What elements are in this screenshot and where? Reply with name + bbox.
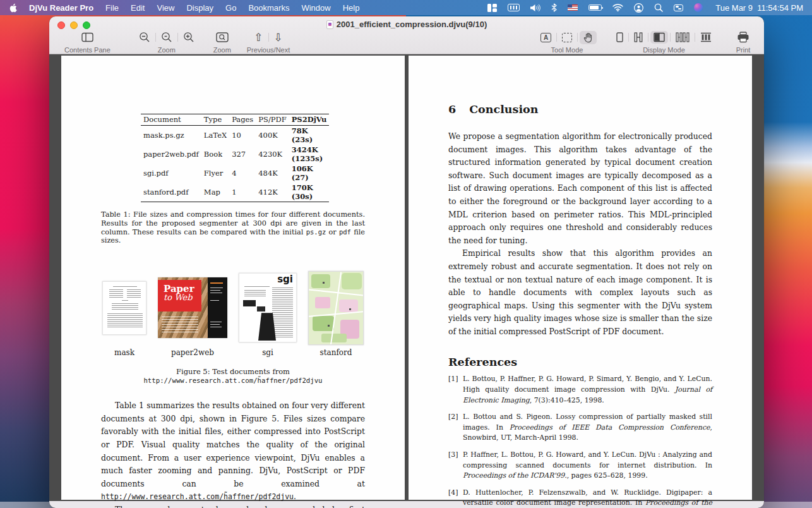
references-heading: References: [448, 356, 712, 368]
thumbnail-sgi: sgi: [239, 273, 297, 342]
zoom-group-label: Zoom: [158, 46, 176, 54]
window-tiling-icon[interactable]: [487, 3, 497, 13]
table-row: paper2web.pdfBook3274230K3424K (1235s): [141, 145, 329, 164]
up-arrow-icon: ⇧: [254, 32, 263, 43]
text-select-tool-button[interactable]: A: [537, 32, 554, 44]
table-row: sgi.pdfFlyer4484K106K (27): [141, 164, 329, 183]
window-title-row: 2001_efficient_compression.djvu(9/10): [49, 20, 764, 29]
input-source-us-flag-icon[interactable]: [568, 4, 578, 11]
thumbnail-sgi-column: sgi sgi: [239, 269, 297, 357]
table-header-row: Document Type Pages PS/PDF PS2DjVu: [141, 114, 329, 126]
book-mode-button[interactable]: [697, 31, 715, 44]
menu-item[interactable]: Display: [186, 3, 213, 13]
document-scroll-area[interactable]: Document Type Pages PS/PDF PS2DjVu: [49, 54, 764, 501]
apple-menu-icon[interactable]: [9, 3, 17, 13]
table-1-caption: Table 1: File sizes and compression time…: [101, 210, 365, 245]
djvu-reader-window: 2001_efficient_compression.djvu(9/10) Co…: [49, 16, 764, 508]
next-page-button[interactable]: ⇩: [271, 31, 286, 44]
menu-items: FileEditViewDisplayGoBookmarksWindowHelp: [105, 3, 359, 13]
window-title: 2001_efficient_compression.djvu(9/10): [337, 20, 487, 29]
rect-select-tool-button[interactable]: [559, 32, 575, 44]
thumbnail-paper2web: Paper to Web: [158, 277, 227, 338]
magnifier-minus-icon: [139, 32, 150, 43]
menu-item[interactable]: File: [105, 3, 119, 13]
user-account-icon[interactable]: [634, 3, 643, 13]
zoom-actual-button[interactable]: [158, 30, 176, 44]
siri-icon[interactable]: [694, 3, 703, 12]
menu-item[interactable]: Help: [343, 3, 360, 13]
paragraph-2: The same documents have also been encode…: [101, 504, 365, 508]
battery-icon[interactable]: [588, 4, 602, 11]
bluetooth-icon[interactable]: [551, 3, 557, 13]
print-group: Print: [734, 30, 753, 54]
wifi-icon[interactable]: [612, 3, 623, 13]
contents-pane-button[interactable]: [78, 31, 97, 44]
reference-number: [2]: [448, 412, 458, 423]
figure-5-thumbnails: mask: [101, 269, 365, 357]
reference-number: [3]: [448, 450, 458, 461]
window-header: 2001_efficient_compression.djvu(9/10) Co…: [49, 16, 764, 54]
tool-mode-group: A Tool Mode: [537, 30, 597, 54]
continuous-mode-button[interactable]: [631, 31, 646, 44]
page-10: 6 Conclusion We propose a segmentation a…: [409, 56, 752, 500]
two-page-icon: [654, 32, 665, 42]
single-page-icon: [616, 32, 623, 42]
menu-item[interactable]: View: [157, 3, 174, 13]
sidebar-icon: [81, 32, 93, 42]
thumbnail-paper2web-column: Paper to Web paper2web: [158, 269, 227, 357]
toolbar: Contents Pane Zoom: [49, 30, 764, 54]
figure-label-sgi: sgi: [262, 348, 273, 357]
marquee-zoom-button[interactable]: [213, 30, 232, 44]
magnifier-plus-icon: [183, 32, 194, 43]
hand-tool-button[interactable]: [580, 31, 597, 44]
table-row: mask.ps.gzLaTeX10400K78K (23s): [141, 126, 329, 145]
figure-label-mask: mask: [114, 348, 134, 357]
keyboard-icon[interactable]: [508, 3, 520, 13]
display-mode-group: Display Mode: [613, 30, 715, 54]
table-1: Document Type Pages PS/PDF PS2DjVu: [141, 114, 325, 202]
menu-app-name[interactable]: DjVu Reader Pro: [29, 3, 93, 13]
reference-item: [3] P. Haffner, L. Bottou, P. G. Howard,…: [448, 450, 712, 481]
reference-item: [1] L. Bottou, P. Haffner, P. G. Howard,…: [448, 374, 712, 406]
volume-icon[interactable]: [530, 3, 540, 13]
thumbnail-mask: [102, 281, 146, 335]
marquee-zoom-label: Zoom: [213, 46, 231, 54]
two-page-continuous-icon: [676, 32, 690, 42]
menu-item[interactable]: Edit: [131, 3, 145, 13]
print-button[interactable]: [734, 30, 753, 44]
menu-item[interactable]: Bookmarks: [248, 3, 289, 13]
previous-page-button[interactable]: ⇧: [251, 31, 266, 44]
conclusion-paragraph-1: We propose a segmentation algorithm for …: [448, 130, 712, 247]
conclusion-paragraph-2: Empirical results show that this algorit…: [448, 247, 712, 338]
references-list: [1] L. Bottou, P. Haffner, P. G. Howard,…: [448, 374, 712, 508]
prev-next-label: Previous/Next: [247, 46, 290, 54]
page-9: Document Type Pages PS/PDF PS2DjVu: [61, 56, 405, 500]
menu-bar-clock[interactable]: Tue Mar 9 11:54:54 PM: [715, 3, 803, 13]
zoom-in-button[interactable]: [180, 30, 198, 44]
hand-icon: [583, 32, 594, 43]
section-heading: 6 Conclusion: [448, 103, 712, 116]
zoom-out-button[interactable]: [136, 30, 153, 44]
two-page-mode-button[interactable]: [650, 31, 668, 44]
document-file-icon: [326, 20, 333, 29]
spotlight-search-icon[interactable]: [654, 3, 663, 13]
single-page-mode-button[interactable]: [613, 31, 626, 44]
reference-number: [4]: [448, 488, 458, 499]
marquee-magnifier-icon: [216, 32, 229, 43]
prev-next-group: ⇧ ⇩ Previous/Next: [247, 30, 290, 54]
zoom-group: Zoom: [136, 30, 198, 54]
figure-caption-url: http://www.research.att.com/h̃affner/pdf…: [143, 377, 322, 385]
menu-item[interactable]: Window: [301, 3, 330, 13]
down-arrow-icon: ⇩: [274, 32, 283, 43]
control-center-icon[interactable]: [674, 4, 683, 11]
figure-label-stanford: stanford: [320, 348, 352, 357]
marquee-zoom-group: Zoom: [213, 30, 232, 54]
menu-item[interactable]: Go: [225, 3, 236, 13]
reference-item: [2] L. Bottou and S. Pigeon. Lossy compr…: [448, 412, 712, 444]
paragraph-url: http://www.research.att.com/h̃affner/pdf…: [101, 492, 294, 501]
marquee-select-icon: [562, 33, 572, 42]
two-page-continuous-mode-button[interactable]: [672, 31, 693, 44]
thumbnail-stanford: [308, 271, 364, 345]
thumbnail-stanford-column: stanford: [308, 269, 364, 357]
contents-pane-group: Contents Pane: [64, 30, 110, 54]
